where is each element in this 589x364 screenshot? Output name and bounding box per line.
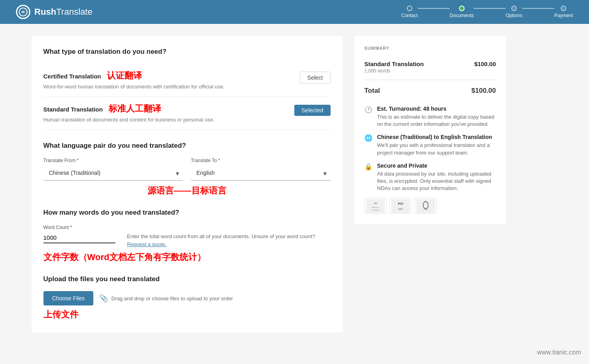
secure-title: Secure and Private bbox=[377, 162, 496, 169]
svg-text:TLS: TLS bbox=[424, 208, 428, 210]
language-section: What language pair do you need translate… bbox=[43, 142, 331, 197]
certified-option-text: Certified Translation 认证翻译 Word-for-word… bbox=[43, 70, 225, 90]
translate-to-wrapper: English bbox=[191, 166, 331, 181]
summary-title: SUMMARY bbox=[364, 46, 496, 51]
upload-hint: 📎 Drag and drop or choose files to uploa… bbox=[99, 294, 233, 303]
summary-item-row: Standard Translation 1,000 words $100.00 bbox=[364, 57, 496, 78]
step-line-1 bbox=[418, 8, 450, 9]
svg-text:Translators: Translators bbox=[371, 209, 379, 211]
translate-to-select[interactable]: English bbox=[191, 166, 331, 181]
step-label-documents: Documents bbox=[450, 13, 474, 18]
language-title: Chinese (Traditional) to English Transla… bbox=[377, 134, 496, 140]
paperclip-icon: 📎 bbox=[99, 294, 108, 303]
language-desc: We'll pair you with a professional trans… bbox=[377, 142, 496, 156]
language-info: 🌐 Chinese (Traditional) to English Trans… bbox=[364, 134, 496, 156]
certified-select-button[interactable]: Select bbox=[300, 72, 331, 84]
certified-chinese-label: 认证翻译 bbox=[107, 70, 142, 80]
summary-item-price: $100.00 bbox=[474, 61, 496, 67]
logo-icon bbox=[16, 5, 30, 19]
step-dot-payment bbox=[561, 6, 566, 11]
choose-files-button[interactable]: Choose Files bbox=[43, 291, 94, 305]
logo: RushTranslate bbox=[16, 5, 93, 19]
secure-text: Secure and Private All data processed by… bbox=[377, 162, 496, 192]
step-label-options: Options bbox=[506, 13, 522, 18]
logo-rush: Rush bbox=[34, 7, 56, 17]
summary-item-words: 1,000 words bbox=[364, 68, 424, 74]
translate-from-field: Translate From * Chinese (Traditional) bbox=[43, 158, 183, 181]
language-question: What language pair do you need translate… bbox=[43, 142, 331, 150]
summary-total-price: $100.00 bbox=[471, 87, 496, 95]
clock-icon: 🕐 bbox=[364, 106, 372, 114]
step-payment[interactable]: Payment bbox=[554, 6, 573, 18]
right-panel: SUMMARY Standard Translation 1,000 words… bbox=[355, 36, 506, 224]
upload-area: Choose Files 📎 Drag and drop or choose f… bbox=[43, 291, 331, 305]
globe-icon: 🌐 bbox=[364, 134, 372, 142]
summary-total-label: Total bbox=[364, 87, 380, 95]
progress-steps: Contact Documents Options Payment bbox=[401, 6, 573, 18]
translate-from-label: Translate From * bbox=[43, 158, 183, 163]
main-content: What type of translation do you need? Ce… bbox=[16, 24, 574, 344]
standard-selected-button[interactable]: Selected bbox=[294, 105, 330, 116]
svg-rect-5 bbox=[391, 199, 410, 213]
step-label-contact: Contact bbox=[401, 13, 418, 18]
standard-option-text: Standard Translation 标准人工翻译 Human transl… bbox=[43, 103, 215, 123]
svg-text:ata: ata bbox=[374, 202, 377, 204]
translate-from-wrapper: Chinese (Traditional) bbox=[43, 166, 183, 181]
left-panel: What type of translation do you need? Ce… bbox=[32, 36, 343, 333]
language-row: Translate From * Chinese (Traditional) T… bbox=[43, 158, 331, 181]
standard-chinese-label: 标准人工翻译 bbox=[108, 104, 161, 114]
step-dot-options bbox=[511, 6, 517, 11]
secure-desc: All data processed by our site, includin… bbox=[377, 170, 496, 192]
certified-description: Word-for-word human translation of docum… bbox=[43, 83, 225, 90]
summary-item-info: Standard Translation 1,000 words bbox=[364, 61, 424, 74]
word-input-wrap: Word Count * bbox=[43, 225, 115, 243]
secure-info: 🔒 Secure and Private All data processed … bbox=[364, 162, 496, 192]
tls-badge: TLS bbox=[415, 198, 437, 214]
chinese-word-label: 文件字数（Word文档左下角有字数统计） bbox=[43, 251, 331, 263]
trust-badges: ata American Translators PCI DSS TLS bbox=[364, 198, 496, 214]
standard-description: Human translation of documents and conte… bbox=[43, 116, 215, 123]
step-line-3 bbox=[522, 8, 554, 9]
summary-item-name: Standard Translation bbox=[364, 61, 424, 67]
step-dot-documents bbox=[459, 6, 465, 11]
header: RushTranslate Contact Documents Options … bbox=[0, 0, 589, 24]
step-dot-contact bbox=[407, 6, 412, 11]
continue-section: Continue to Options → 进入下个页面 bbox=[0, 356, 589, 364]
chinese-pair-label: 源语言——目标语言 bbox=[43, 185, 331, 197]
svg-text:American: American bbox=[372, 206, 379, 208]
translate-to-label: Translate To * bbox=[191, 158, 331, 163]
certified-translation-option: Certified Translation 认证翻译 Word-for-word… bbox=[43, 64, 331, 97]
word-count-label: Word Count * bbox=[43, 225, 115, 230]
standard-title: Standard Translation 标准人工翻译 bbox=[43, 103, 215, 115]
watermark: www.tianic.com bbox=[537, 349, 581, 356]
chinese-upload-label: 上传文件 bbox=[43, 309, 331, 321]
request-quote-link[interactable]: Request a quote. bbox=[127, 241, 167, 247]
summary-divider bbox=[364, 80, 496, 80]
standard-translation-option: Standard Translation 标准人工翻译 Human transl… bbox=[43, 97, 331, 130]
translate-to-field: Translate To * English bbox=[191, 158, 331, 181]
summary-total-row: Total $100.00 bbox=[364, 82, 496, 100]
ata-badge: ata American Translators bbox=[364, 198, 386, 214]
language-text: Chinese (Traditional) to English Transla… bbox=[377, 134, 496, 156]
word-count-section: How many words do you need translated? W… bbox=[43, 209, 331, 263]
word-count-input[interactable] bbox=[43, 233, 115, 243]
word-count-row: Word Count * Enter the total word count … bbox=[43, 225, 331, 248]
pci-badge: PCI DSS bbox=[390, 198, 412, 214]
svg-text:PCI: PCI bbox=[398, 202, 403, 205]
step-options[interactable]: Options bbox=[506, 6, 522, 18]
lock-icon: 🔒 bbox=[364, 163, 372, 170]
svg-text:DSS: DSS bbox=[398, 208, 403, 210]
turnaround-desc: This is an estimate to deliver the digit… bbox=[377, 114, 496, 128]
turnaround-info: 🕐 Est. Turnaround: 48 hours This is an e… bbox=[364, 106, 496, 128]
upload-title: Upload the files you need translated bbox=[43, 275, 331, 283]
certified-title: Certified Translation 认证翻译 bbox=[43, 70, 225, 82]
step-line-2 bbox=[474, 8, 506, 9]
translate-from-select[interactable]: Chinese (Traditional) bbox=[43, 166, 183, 181]
step-label-payment: Payment bbox=[554, 13, 573, 18]
word-count-question: How many words do you need translated? bbox=[43, 209, 331, 217]
step-contact[interactable]: Contact bbox=[401, 6, 418, 18]
turnaround-title: Est. Turnaround: 48 hours bbox=[377, 106, 496, 112]
turnaround-text: Est. Turnaround: 48 hours This is an est… bbox=[377, 106, 496, 128]
step-documents[interactable]: Documents bbox=[450, 6, 474, 18]
type-question: What type of translation do you need? bbox=[43, 48, 331, 56]
